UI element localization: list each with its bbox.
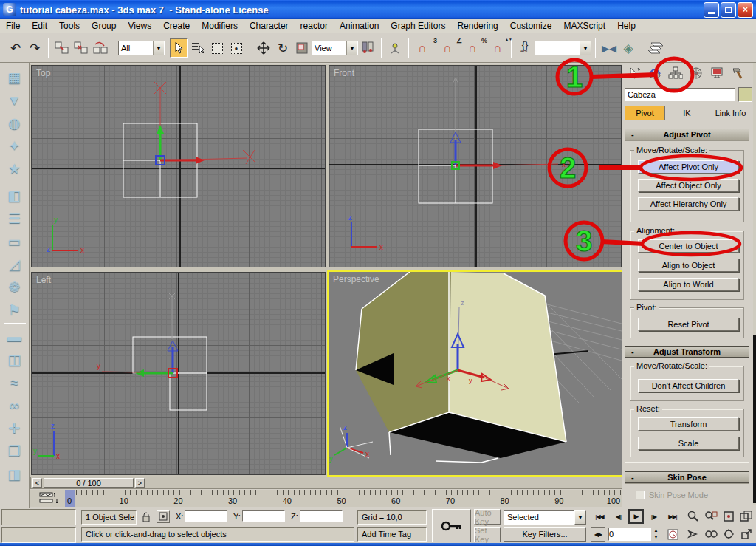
- open-mini-curve-editor-icon[interactable]: [39, 492, 58, 504]
- object-color-swatch[interactable]: [738, 87, 752, 102]
- soft-body-collection-icon[interactable]: ◍: [3, 112, 27, 134]
- track-bar-ruler[interactable]: 0102030405060708090100: [65, 490, 622, 507]
- menu-item-edit[interactable]: Edit: [26, 19, 53, 33]
- time-slider-handle[interactable]: 0 / 100: [44, 478, 134, 488]
- key-mode-toggle-button[interactable]: ◀▶: [591, 527, 605, 542]
- ragdoll-icon[interactable]: ✛: [3, 417, 27, 440]
- nav-zoom-icon[interactable]: [685, 509, 701, 524]
- mirror-icon[interactable]: ▶◀: [600, 38, 618, 58]
- nav-zoom-extents-icon[interactable]: [721, 509, 737, 524]
- plane-icon[interactable]: ◧: [3, 184, 27, 207]
- y-coordinate-field[interactable]: [242, 510, 285, 522]
- maxscript-listener-pink[interactable]: [1, 509, 76, 525]
- fracture-icon[interactable]: ◫: [3, 348, 27, 371]
- undo-icon[interactable]: ↶: [7, 38, 24, 58]
- hinge-icon[interactable]: ◿: [3, 253, 27, 276]
- selection-lock-icon[interactable]: [140, 511, 152, 524]
- menu-item-graph-editors[interactable]: Graph Editors: [385, 19, 451, 33]
- affect-object-only-button[interactable]: Affect Object Only: [638, 179, 739, 192]
- maxscript-listener-white[interactable]: [1, 527, 76, 543]
- next-frame-button[interactable]: ||▶: [646, 509, 662, 524]
- menu-item-customize[interactable]: Customize: [504, 19, 558, 33]
- nav-min-max-toggle-icon[interactable]: [738, 527, 755, 542]
- viewport-top[interactable]: Top z x y: [31, 65, 326, 267]
- viewport-perspective[interactable]: Perspective: [327, 270, 623, 477]
- angle-snap-icon[interactable]: ∩∠: [439, 38, 456, 58]
- select-and-manipulate-icon[interactable]: [386, 38, 404, 58]
- minimize-button[interactable]: [704, 2, 719, 18]
- wall-icon[interactable]: ❒: [3, 440, 27, 463]
- frame-spinner[interactable]: ▲▼: [652, 528, 660, 541]
- selection-filter-dropdown[interactable]: All ▼: [118, 41, 165, 55]
- affect-hierarchy-only-button[interactable]: Affect Hierarchy Only: [638, 197, 739, 211]
- faucet-icon[interactable]: ◨: [3, 463, 27, 485]
- redo-icon[interactable]: ↷: [26, 38, 44, 58]
- rigid-body-collection-icon[interactable]: ▦: [3, 66, 27, 89]
- play-button[interactable]: ▶: [628, 509, 644, 524]
- rollout-adjust-pivot-header[interactable]: - Adjust Pivot: [625, 129, 749, 140]
- select-and-scale-icon[interactable]: [293, 38, 311, 58]
- utilities-tab-icon[interactable]: [727, 64, 748, 82]
- current-frame-field[interactable]: [608, 528, 651, 541]
- display-tab-icon[interactable]: [707, 64, 727, 82]
- deforming-mesh-icon[interactable]: ★: [3, 157, 27, 180]
- percent-snap-icon[interactable]: ∩%: [464, 38, 481, 58]
- close-button[interactable]: ×: [738, 2, 753, 18]
- time-slider-prev-button[interactable]: <: [32, 478, 42, 488]
- previous-frame-button[interactable]: ◀||: [611, 509, 626, 524]
- viewport-front-label[interactable]: Front: [334, 68, 354, 78]
- align-icon[interactable]: ◈: [619, 38, 637, 58]
- reset-scale-button[interactable]: Scale: [638, 437, 739, 450]
- tab-ik[interactable]: IK: [667, 106, 707, 120]
- object-name-field[interactable]: [625, 88, 735, 101]
- select-object-button[interactable]: [170, 38, 188, 58]
- snap-toggle-3d-icon[interactable]: ∩3: [413, 38, 431, 58]
- bind-to-spacewarp-icon[interactable]: [92, 38, 109, 58]
- rollout-skin-pose-header[interactable]: - Skin Pose: [625, 471, 749, 483]
- select-and-rotate-icon[interactable]: ↻: [274, 38, 292, 58]
- rectangular-selection-region-icon[interactable]: [208, 38, 226, 58]
- key-filters-button[interactable]: Key Filters...: [504, 527, 586, 542]
- set-keys-button[interactable]: [432, 509, 471, 542]
- track-bar[interactable]: 0102030405060708090100: [30, 490, 622, 507]
- auto-key-button[interactable]: Auto Key: [474, 509, 501, 525]
- go-to-start-button[interactable]: |◀◀: [591, 509, 608, 524]
- capsule-icon[interactable]: ▭: [3, 230, 27, 253]
- dont-affect-children-button[interactable]: Don't Affect Children: [638, 379, 739, 392]
- reset-transform-button[interactable]: Transform: [638, 417, 739, 431]
- set-key-button[interactable]: Set Key: [474, 527, 501, 542]
- rollout-adjust-transform-header[interactable]: - Adjust Transform: [625, 346, 749, 358]
- edit-named-selection-sets-icon[interactable]: {}ABC: [516, 38, 534, 58]
- toy-car-icon[interactable]: ▬: [3, 325, 27, 348]
- nav-fov-icon[interactable]: [721, 527, 737, 542]
- panel-scrollbar-thumb[interactable]: [753, 335, 756, 503]
- affect-pivot-only-button[interactable]: Affect Pivot Only: [638, 160, 739, 174]
- time-configuration-icon[interactable]: [664, 527, 681, 542]
- layer-manager-icon[interactable]: [647, 38, 664, 58]
- selection-region-flyout-icon[interactable]: ●: [227, 38, 245, 58]
- menu-item-help[interactable]: Help: [611, 19, 642, 33]
- menu-item-group[interactable]: Group: [86, 19, 122, 33]
- tab-pivot[interactable]: Pivot: [625, 106, 665, 120]
- spinner-snap-icon[interactable]: ∩▲▼: [489, 38, 506, 58]
- create-tab-icon[interactable]: [624, 64, 645, 82]
- cloth-collection-icon[interactable]: ▼: [3, 89, 27, 112]
- key-filter-dropdown[interactable]: Selected ▼: [504, 510, 586, 525]
- menu-item-tools[interactable]: Tools: [53, 19, 86, 33]
- z-coordinate-field[interactable]: [300, 510, 343, 522]
- menu-item-rendering[interactable]: Rendering: [451, 19, 504, 33]
- time-slider-next-button[interactable]: >: [135, 478, 145, 488]
- select-by-name-icon[interactable]: [189, 38, 207, 58]
- menu-item-create[interactable]: Create: [157, 19, 196, 33]
- menu-item-animation[interactable]: Animation: [334, 19, 385, 33]
- nav-pan-icon[interactable]: [685, 527, 701, 542]
- align-to-world-button[interactable]: Align to World: [638, 278, 739, 291]
- nav-zoom-all-icon[interactable]: [703, 509, 719, 524]
- menu-item-modifiers[interactable]: Modifiers: [196, 19, 244, 33]
- named-selection-sets-dropdown[interactable]: ▼: [535, 41, 591, 55]
- viewport-left[interactable]: Left y z y x: [31, 272, 326, 475]
- menu-item-views[interactable]: Views: [122, 19, 157, 33]
- pin-icon[interactable]: ✦: [3, 134, 27, 157]
- motor-icon[interactable]: ❁: [3, 276, 27, 298]
- select-and-link-icon[interactable]: [53, 38, 71, 58]
